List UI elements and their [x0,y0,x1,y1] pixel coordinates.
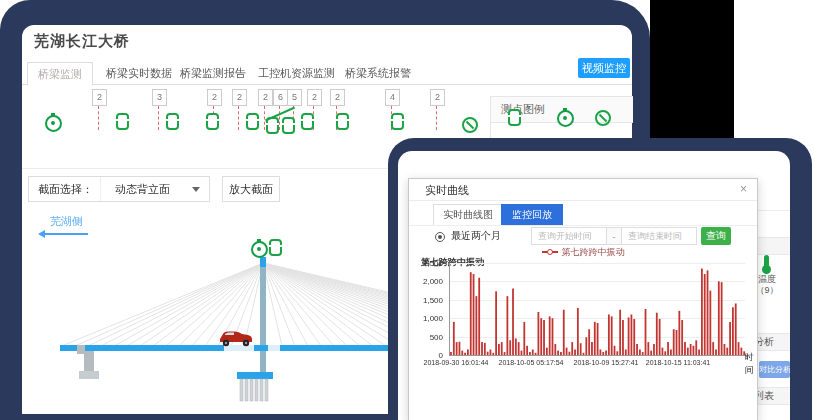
dashed-leader-line [158,106,159,130]
tower-clock-icon [251,241,268,258]
dashed-leader-line [238,106,239,130]
query-end-time-input[interactable] [621,227,697,245]
tab-monitor-playback[interactable]: 监控回放 [501,204,563,226]
x-tick-label: 2018-10-15 11:03:41 [641,359,715,366]
link-sensor-icon[interactable] [166,113,179,130]
query-start-time-input[interactable] [531,227,607,245]
compare-analysis-button[interactable]: 对比分析 [759,361,790,378]
chevron-down-icon [192,187,200,192]
legend-label: 第七跨跨中振动 [562,246,625,259]
y-tick-label: 2,000 [409,277,443,286]
link-sensor-icon[interactable] [206,113,219,130]
sensor-count-badge: 5 [287,89,302,106]
dashed-leader-line [279,106,280,130]
dialog-title: 实时曲线 [425,183,469,198]
y-tick-label: 500 [409,333,443,342]
dialog-header: 实时曲线 × [409,179,757,201]
section-select-label: 截面选择： [29,177,100,201]
dashed-leader-line [436,106,437,130]
tower-link-icon [269,239,282,256]
sensor-count-badge: 2 [207,89,222,106]
disabled-sensor-icon [595,110,611,126]
x-axis-name: 时间 [745,351,757,377]
sensor-count-badge: 2 [430,89,445,106]
link-sensor-icon[interactable] [246,113,259,130]
link-sensor-icon[interactable] [282,117,295,134]
sensor-count-badge: 2 [330,89,345,106]
sensor-count-badge: 2 [258,89,273,106]
sensor-count-badge: 6 [273,89,288,106]
y-tick-label: 1,500 [409,296,443,305]
sensor-count-badge: 2 [232,89,247,106]
sensor-count-badge: 2 [92,89,107,106]
thermometer-icon [764,255,769,268]
last-two-months-radio[interactable] [435,232,445,242]
x-tick-label: 2018-10-05 05:17:54 [494,359,568,366]
black-backdrop [650,0,734,140]
realtime-curve-dialog: 实时曲线 × 实时曲线图 监控回放 最近两个月 - 查询 第七跨跨中振动 第七跨… [408,178,758,420]
query-button[interactable]: 查询 [701,227,731,245]
link-sensor-icon[interactable] [336,113,349,130]
link-sensor-icon[interactable] [391,113,404,130]
y-tick-label: 2,500 [409,259,443,268]
link-sensor-icon[interactable] [116,113,129,130]
sensor-count-badge: 4 [385,89,400,106]
section-select-value: 动态背立面 [115,183,170,195]
dashed-leader-line [264,106,265,130]
tower-sensor-icons [249,238,289,256]
legend-marker-icon [542,251,558,253]
section-select[interactable]: 动态背立面 [100,177,209,201]
tab-underline [409,225,757,226]
sensor-count-badge: 2 [307,89,322,106]
x-tick-label: 2018-10-09 15:27:41 [569,359,643,366]
last-two-months-label: 最近两个月 [451,229,501,243]
sensor-count-badge: 3 [152,89,167,106]
link-sensor-icon[interactable] [301,113,314,130]
tab-realtime-curve[interactable]: 实时曲线图 [433,204,503,226]
clock-sensor-icon [557,110,574,127]
zoom-section-button[interactable]: 放大截面 [222,176,280,202]
close-icon[interactable]: × [740,182,747,196]
y-tick-label: 1,000 [409,314,443,323]
vibration-series [449,263,747,356]
x-tick-label: 2018-09-30 16:01:44 [419,359,493,366]
clock-sensor-icon[interactable] [45,115,62,132]
section-select-group: 截面选择： 动态背立面 [28,176,210,202]
link-sensor-icon [508,109,521,126]
disabled-sensor-icon[interactable] [462,117,478,133]
dashed-leader-line [98,106,99,130]
direction-label: 芜湖侧 [50,214,83,229]
range-separator: - [607,227,621,245]
